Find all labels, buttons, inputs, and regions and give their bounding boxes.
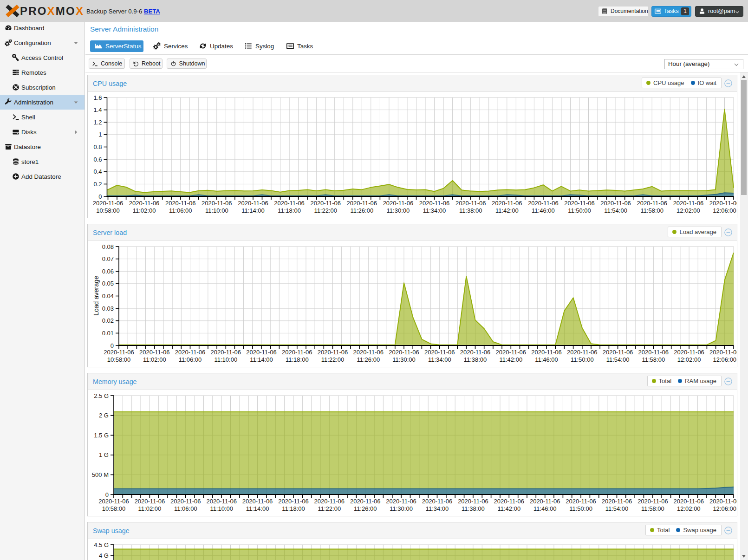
svg-text:2020-11-06: 2020-11-06 xyxy=(492,200,522,207)
svg-text:11:26:00: 11:26:00 xyxy=(350,207,373,214)
svg-text:2020-11-06: 2020-11-06 xyxy=(422,498,453,505)
svg-text:12:02:00: 12:02:00 xyxy=(676,207,700,214)
svg-text:2020-11-06: 2020-11-06 xyxy=(383,200,414,207)
svg-text:11:06:00: 11:06:00 xyxy=(169,207,192,214)
svg-text:2020-11-06: 2020-11-06 xyxy=(674,349,704,356)
svg-text:1: 1 xyxy=(98,131,102,138)
svg-text:2020-11-06: 2020-11-06 xyxy=(458,498,488,505)
svg-text:11:18:00: 11:18:00 xyxy=(278,207,301,214)
svg-text:2020-11-06: 2020-11-06 xyxy=(530,498,560,505)
svg-text:11:10:00: 11:10:00 xyxy=(210,505,233,512)
svg-text:2020-11-06: 2020-11-06 xyxy=(600,200,631,207)
svg-text:2020-11-06: 2020-11-06 xyxy=(314,498,345,505)
svg-text:11:02:00: 11:02:00 xyxy=(133,207,156,214)
svg-text:11:10:00: 11:10:00 xyxy=(214,356,237,363)
svg-text:4 G: 4 G xyxy=(99,552,109,559)
svg-text:10:58:00: 10:58:00 xyxy=(102,505,126,512)
svg-text:2020-11-06: 2020-11-06 xyxy=(104,349,134,356)
svg-text:2020-11-06: 2020-11-06 xyxy=(274,200,305,207)
svg-text:2020-11-06: 2020-11-06 xyxy=(496,349,527,356)
svg-text:11:50:00: 11:50:00 xyxy=(568,207,591,214)
svg-text:0.03: 0.03 xyxy=(102,305,114,312)
svg-text:0: 0 xyxy=(111,342,114,349)
svg-text:0.06: 0.06 xyxy=(102,268,114,275)
svg-text:12:06:00: 12:06:00 xyxy=(713,505,736,512)
svg-text:2020-11-06: 2020-11-06 xyxy=(202,200,232,207)
svg-text:11:46:00: 11:46:00 xyxy=(535,356,558,363)
svg-text:11:18:00: 11:18:00 xyxy=(282,505,305,512)
svg-text:0.01: 0.01 xyxy=(102,330,114,337)
svg-text:11:14:00: 11:14:00 xyxy=(250,356,273,363)
svg-text:2020-11-06: 2020-11-06 xyxy=(424,349,455,356)
svg-text:11:38:00: 11:38:00 xyxy=(462,505,485,512)
svg-text:2020-11-06: 2020-11-06 xyxy=(93,200,124,207)
svg-text:2 G: 2 G xyxy=(99,412,109,419)
svg-text:2020-11-06: 2020-11-06 xyxy=(709,498,737,505)
svg-text:2020-11-06: 2020-11-06 xyxy=(531,349,562,356)
svg-text:2020-11-06: 2020-11-06 xyxy=(353,349,384,356)
svg-text:11:30:00: 11:30:00 xyxy=(392,356,416,363)
svg-text:2020-11-06: 2020-11-06 xyxy=(389,349,419,356)
svg-text:11:58:00: 11:58:00 xyxy=(642,356,665,363)
svg-text:1.2: 1.2 xyxy=(93,119,102,126)
svg-text:500 M: 500 M xyxy=(92,471,109,478)
svg-text:11:50:00: 11:50:00 xyxy=(571,356,594,363)
svg-text:10:58:00: 10:58:00 xyxy=(107,356,131,363)
svg-text:11:30:00: 11:30:00 xyxy=(387,207,410,214)
svg-text:12:02:00: 12:02:00 xyxy=(677,356,701,363)
svg-text:2020-11-06: 2020-11-06 xyxy=(564,200,595,207)
svg-text:11:58:00: 11:58:00 xyxy=(641,505,664,512)
svg-text:10:58:00: 10:58:00 xyxy=(96,207,120,214)
svg-text:0.05: 0.05 xyxy=(102,280,114,287)
svg-text:2020-11-06: 2020-11-06 xyxy=(528,200,559,207)
svg-text:11:26:00: 11:26:00 xyxy=(354,505,377,512)
svg-text:1.6: 1.6 xyxy=(93,94,102,101)
svg-text:11:14:00: 11:14:00 xyxy=(246,505,269,512)
svg-text:4.5 G: 4.5 G xyxy=(94,541,109,548)
svg-text:2020-11-06: 2020-11-06 xyxy=(602,498,632,505)
svg-text:11:22:00: 11:22:00 xyxy=(321,356,345,363)
svg-text:2020-11-06: 2020-11-06 xyxy=(139,349,170,356)
svg-text:0: 0 xyxy=(98,193,102,200)
svg-text:11:46:00: 11:46:00 xyxy=(533,505,557,512)
svg-text:2020-11-06: 2020-11-06 xyxy=(282,349,312,356)
svg-text:Load average: Load average xyxy=(92,276,100,316)
svg-text:2020-11-06: 2020-11-06 xyxy=(673,200,704,207)
svg-text:0.04: 0.04 xyxy=(102,293,114,300)
svg-text:11:54:00: 11:54:00 xyxy=(605,505,629,512)
svg-text:12:02:00: 12:02:00 xyxy=(677,505,701,512)
svg-text:11:02:00: 11:02:00 xyxy=(143,356,166,363)
svg-text:11:06:00: 11:06:00 xyxy=(174,505,197,512)
svg-text:11:42:00: 11:42:00 xyxy=(499,356,522,363)
svg-text:11:26:00: 11:26:00 xyxy=(357,356,380,363)
svg-text:11:22:00: 11:22:00 xyxy=(314,207,337,214)
svg-text:11:22:00: 11:22:00 xyxy=(318,505,341,512)
svg-text:11:38:00: 11:38:00 xyxy=(464,356,487,363)
svg-text:2020-11-06: 2020-11-06 xyxy=(310,200,341,207)
svg-text:1 G: 1 G xyxy=(99,451,109,458)
svg-text:2020-11-06: 2020-11-06 xyxy=(709,200,737,207)
svg-text:12:06:00: 12:06:00 xyxy=(713,356,736,363)
svg-text:2020-11-06: 2020-11-06 xyxy=(278,498,309,505)
svg-text:2020-11-06: 2020-11-06 xyxy=(165,200,196,207)
svg-text:2020-11-06: 2020-11-06 xyxy=(135,498,165,505)
svg-text:11:34:00: 11:34:00 xyxy=(426,505,449,512)
svg-text:2020-11-06: 2020-11-06 xyxy=(674,498,704,505)
svg-text:2020-11-06: 2020-11-06 xyxy=(460,349,491,356)
svg-text:PROXMOX: PROXMOX xyxy=(20,5,84,17)
svg-text:0.2: 0.2 xyxy=(93,181,102,188)
svg-text:1.5 G: 1.5 G xyxy=(94,432,109,439)
svg-text:11:10:00: 11:10:00 xyxy=(205,207,228,214)
svg-text:2020-11-06: 2020-11-06 xyxy=(709,349,737,356)
svg-text:0.8: 0.8 xyxy=(93,143,102,150)
svg-text:0.08: 0.08 xyxy=(102,243,114,250)
svg-text:2020-11-06: 2020-11-06 xyxy=(246,349,277,356)
svg-text:11:50:00: 11:50:00 xyxy=(569,505,592,512)
svg-text:11:58:00: 11:58:00 xyxy=(640,207,663,214)
svg-text:2020-11-06: 2020-11-06 xyxy=(98,498,129,505)
svg-text:11:30:00: 11:30:00 xyxy=(390,505,413,512)
svg-text:2020-11-06: 2020-11-06 xyxy=(567,349,598,356)
svg-text:0.02: 0.02 xyxy=(102,317,114,324)
svg-text:2020-11-06: 2020-11-06 xyxy=(637,498,668,505)
svg-text:11:02:00: 11:02:00 xyxy=(138,505,162,512)
